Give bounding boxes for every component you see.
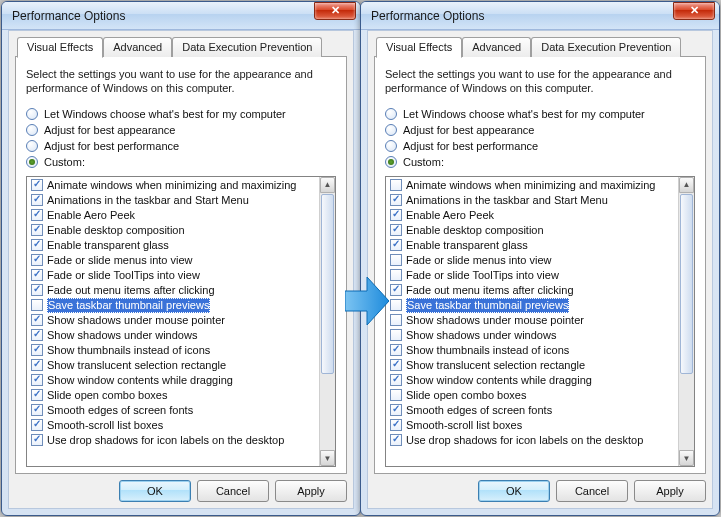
- list-item[interactable]: Save taskbar thumbnail previews: [27, 298, 319, 313]
- list-item[interactable]: Show thumbnails instead of icons: [27, 343, 319, 358]
- checkbox-icon[interactable]: [31, 359, 43, 371]
- checkbox-icon[interactable]: [31, 314, 43, 326]
- checkbox-icon[interactable]: [390, 419, 402, 431]
- checkbox-icon[interactable]: [390, 404, 402, 416]
- scroll-thumb[interactable]: [321, 194, 334, 374]
- checkbox-icon[interactable]: [390, 344, 402, 356]
- checkbox-icon[interactable]: [390, 269, 402, 281]
- list-item[interactable]: Fade or slide ToolTips into view: [386, 268, 678, 283]
- checkbox-icon[interactable]: [31, 434, 43, 446]
- scroll-up-button[interactable]: ▲: [679, 177, 694, 193]
- list-item[interactable]: Show window contents while dragging: [386, 373, 678, 388]
- tab-data-execution-prevention[interactable]: Data Execution Prevention: [172, 37, 322, 57]
- list-item[interactable]: Enable Aero Peek: [27, 208, 319, 223]
- titlebar[interactable]: Performance Options✕: [361, 2, 719, 30]
- list-item[interactable]: Animations in the taskbar and Start Menu: [386, 193, 678, 208]
- apply-button[interactable]: Apply: [275, 480, 347, 502]
- radio-option[interactable]: Custom:: [26, 154, 336, 170]
- checkbox-icon[interactable]: [390, 314, 402, 326]
- list-item[interactable]: Fade out menu items after clicking: [27, 283, 319, 298]
- list-item[interactable]: Animations in the taskbar and Start Menu: [27, 193, 319, 208]
- scroll-thumb[interactable]: [680, 194, 693, 374]
- list-item[interactable]: Show translucent selection rectangle: [27, 358, 319, 373]
- cancel-button[interactable]: Cancel: [556, 480, 628, 502]
- tab-advanced[interactable]: Advanced: [103, 37, 172, 57]
- list-item[interactable]: Smooth edges of screen fonts: [27, 403, 319, 418]
- checkbox-icon[interactable]: [31, 389, 43, 401]
- tab-visual-effects[interactable]: Visual Effects: [17, 37, 103, 58]
- vertical-scrollbar[interactable]: ▲▼: [678, 177, 694, 466]
- tab-data-execution-prevention[interactable]: Data Execution Prevention: [531, 37, 681, 57]
- radio-option[interactable]: Adjust for best appearance: [385, 122, 695, 138]
- tab-visual-effects[interactable]: Visual Effects: [376, 37, 462, 58]
- list-item[interactable]: Use drop shadows for icon labels on the …: [386, 433, 678, 448]
- radio-option[interactable]: Custom:: [385, 154, 695, 170]
- cancel-button[interactable]: Cancel: [197, 480, 269, 502]
- checkbox-icon[interactable]: [31, 329, 43, 341]
- effects-listbox[interactable]: Animate windows when minimizing and maxi…: [385, 176, 695, 467]
- checkbox-icon[interactable]: [31, 209, 43, 221]
- checkbox-icon[interactable]: [31, 419, 43, 431]
- checkbox-icon[interactable]: [31, 269, 43, 281]
- list-item[interactable]: Fade or slide menus into view: [27, 253, 319, 268]
- list-item[interactable]: Show shadows under windows: [27, 328, 319, 343]
- checkbox-icon[interactable]: [31, 404, 43, 416]
- checkbox-icon[interactable]: [31, 194, 43, 206]
- checkbox-icon[interactable]: [390, 209, 402, 221]
- list-item[interactable]: Smooth-scroll list boxes: [27, 418, 319, 433]
- list-item[interactable]: Enable Aero Peek: [386, 208, 678, 223]
- scroll-down-button[interactable]: ▼: [679, 450, 694, 466]
- checkbox-icon[interactable]: [390, 299, 402, 311]
- vertical-scrollbar[interactable]: ▲▼: [319, 177, 335, 466]
- list-item[interactable]: Enable transparent glass: [27, 238, 319, 253]
- radio-option[interactable]: Adjust for best performance: [26, 138, 336, 154]
- checkbox-icon[interactable]: [390, 284, 402, 296]
- list-item[interactable]: Show shadows under mouse pointer: [386, 313, 678, 328]
- list-item[interactable]: Fade or slide ToolTips into view: [27, 268, 319, 283]
- checkbox-icon[interactable]: [31, 344, 43, 356]
- list-item[interactable]: Animate windows when minimizing and maxi…: [27, 178, 319, 193]
- checkbox-icon[interactable]: [31, 374, 43, 386]
- scroll-up-button[interactable]: ▲: [320, 177, 335, 193]
- list-item[interactable]: Smooth-scroll list boxes: [386, 418, 678, 433]
- list-item[interactable]: Show window contents while dragging: [27, 373, 319, 388]
- checkbox-icon[interactable]: [31, 239, 43, 251]
- checkbox-icon[interactable]: [390, 434, 402, 446]
- list-item[interactable]: Slide open combo boxes: [386, 388, 678, 403]
- close-button[interactable]: ✕: [314, 2, 356, 20]
- checkbox-icon[interactable]: [31, 254, 43, 266]
- checkbox-icon[interactable]: [390, 224, 402, 236]
- radio-option[interactable]: Let Windows choose what's best for my co…: [385, 106, 695, 122]
- list-item[interactable]: Use drop shadows for icon labels on the …: [27, 433, 319, 448]
- list-item[interactable]: Save taskbar thumbnail previews: [386, 298, 678, 313]
- list-item[interactable]: Show translucent selection rectangle: [386, 358, 678, 373]
- checkbox-icon[interactable]: [31, 299, 43, 311]
- close-button[interactable]: ✕: [673, 2, 715, 20]
- list-item[interactable]: Show thumbnails instead of icons: [386, 343, 678, 358]
- effects-listbox[interactable]: Animate windows when minimizing and maxi…: [26, 176, 336, 467]
- radio-option[interactable]: Let Windows choose what's best for my co…: [26, 106, 336, 122]
- titlebar[interactable]: Performance Options✕: [2, 2, 360, 30]
- checkbox-icon[interactable]: [390, 389, 402, 401]
- list-item[interactable]: Fade or slide menus into view: [386, 253, 678, 268]
- checkbox-icon[interactable]: [390, 374, 402, 386]
- list-item[interactable]: Enable transparent glass: [386, 238, 678, 253]
- list-item[interactable]: Smooth edges of screen fonts: [386, 403, 678, 418]
- ok-button[interactable]: OK: [478, 480, 550, 502]
- checkbox-icon[interactable]: [31, 284, 43, 296]
- radio-option[interactable]: Adjust for best performance: [385, 138, 695, 154]
- checkbox-icon[interactable]: [31, 224, 43, 236]
- radio-option[interactable]: Adjust for best appearance: [26, 122, 336, 138]
- list-item[interactable]: Enable desktop composition: [27, 223, 319, 238]
- scroll-down-button[interactable]: ▼: [320, 450, 335, 466]
- apply-button[interactable]: Apply: [634, 480, 706, 502]
- checkbox-icon[interactable]: [390, 179, 402, 191]
- ok-button[interactable]: OK: [119, 480, 191, 502]
- checkbox-icon[interactable]: [390, 254, 402, 266]
- checkbox-icon[interactable]: [390, 329, 402, 341]
- list-item[interactable]: Fade out menu items after clicking: [386, 283, 678, 298]
- checkbox-icon[interactable]: [390, 194, 402, 206]
- checkbox-icon[interactable]: [390, 359, 402, 371]
- list-item[interactable]: Enable desktop composition: [386, 223, 678, 238]
- list-item[interactable]: Show shadows under mouse pointer: [27, 313, 319, 328]
